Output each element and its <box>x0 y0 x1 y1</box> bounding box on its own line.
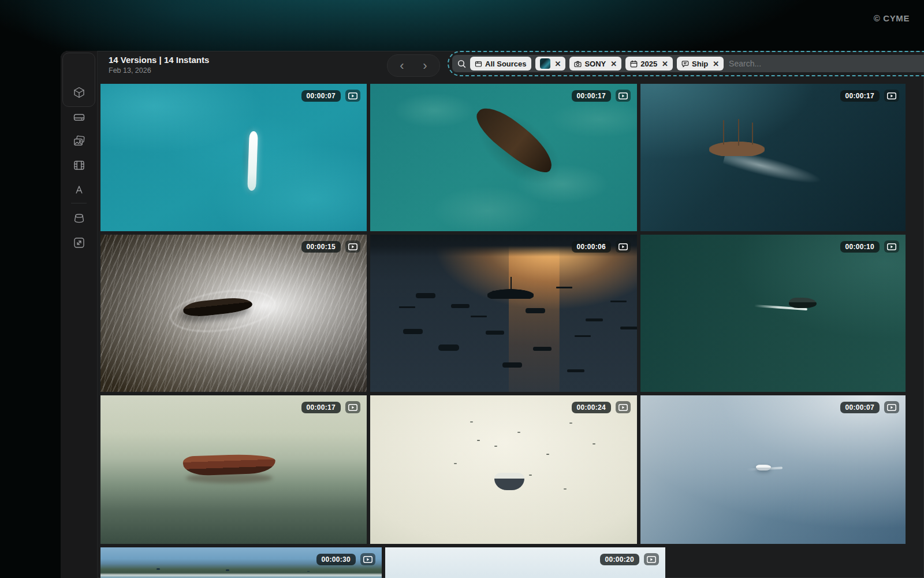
watermark: © CYME <box>874 13 910 23</box>
play-button[interactable] <box>616 401 631 413</box>
search-drop-zone: All Sources ✕ SONY ✕ 20 <box>448 51 924 76</box>
video-thumbnail[interactable]: 00:00:06 <box>370 235 637 392</box>
video-thumbnail[interactable]: 00:00:17 <box>640 84 906 231</box>
duration-badge: 00:00:20 <box>600 554 639 565</box>
app-store-icon <box>73 183 85 195</box>
navigation-pill: ‹ › <box>387 54 440 77</box>
play-button[interactable] <box>884 401 899 413</box>
play-icon <box>348 404 357 411</box>
duration-badge: 00:00:24 <box>572 402 611 413</box>
duration-badge: 00:00:07 <box>840 402 880 413</box>
play-button[interactable] <box>616 90 631 102</box>
search-bar[interactable]: All Sources ✕ SONY ✕ 20 <box>452 55 924 72</box>
play-button[interactable] <box>644 553 659 565</box>
play-button[interactable] <box>884 90 899 102</box>
filter-chip-label: SONY <box>584 60 606 68</box>
sidebar-divider <box>71 203 87 203</box>
filter-chip-date[interactable]: 2025 ✕ <box>625 57 673 71</box>
sidebar-item-library[interactable] <box>61 83 97 102</box>
page-title: 14 Versions | 14 Instants <box>109 55 209 65</box>
video-preview-image <box>370 395 637 544</box>
keyword-bubble-icon <box>681 60 689 68</box>
play-icon <box>363 556 372 563</box>
play-button[interactable] <box>345 240 360 253</box>
filter-chip-keyword[interactable]: Ship ✕ <box>677 57 724 71</box>
video-thumbnail[interactable]: 00:00:24 <box>370 395 637 544</box>
play-icon <box>619 243 628 250</box>
play-button[interactable] <box>345 401 360 413</box>
duration-badge: 00:00:30 <box>316 554 356 565</box>
film-strip-icon <box>73 159 85 172</box>
video-preview-image <box>370 84 637 231</box>
remove-filter-button[interactable]: ✕ <box>660 60 668 68</box>
duration-badge: 00:00:15 <box>301 241 341 253</box>
calendar-icon <box>630 60 638 68</box>
duration-badge: 00:00:06 <box>572 241 611 253</box>
duration-badge: 00:00:17 <box>301 402 341 413</box>
video-thumbnail[interactable]: 00:00:07 <box>100 84 367 231</box>
play-icon <box>887 243 896 250</box>
duration-badge: 00:00:07 <box>301 90 341 102</box>
play-icon <box>619 404 628 411</box>
sidebar-item-apps[interactable] <box>61 179 97 199</box>
camera-icon <box>574 60 582 68</box>
play-icon <box>348 92 357 99</box>
search-icon <box>457 60 466 68</box>
sources-box-icon <box>475 60 482 68</box>
duration-badge: 00:00:17 <box>572 90 611 102</box>
sidebar-item-storage[interactable] <box>61 108 97 127</box>
album-thumbnail-icon <box>540 58 550 69</box>
filter-chip-label: 2025 <box>640 60 657 68</box>
video-thumbnail[interactable]: 00:00:17 <box>370 84 637 231</box>
search-input[interactable] <box>728 58 924 69</box>
next-button[interactable]: › <box>416 57 434 75</box>
app-window: 14 Versions | 14 Instants Feb 13, 2026 ‹… <box>61 51 924 578</box>
video-thumbnail[interactable]: 00:00:07 <box>640 395 906 544</box>
lens-icon <box>73 212 85 224</box>
video-thumbnail[interactable]: 00:00:15 <box>100 235 367 392</box>
transfer-icon <box>73 236 85 249</box>
sidebar-item-transfer[interactable] <box>61 233 97 253</box>
filter-chip-album[interactable]: ✕ <box>535 57 566 71</box>
video-preview-image <box>370 235 637 392</box>
filter-chip-camera[interactable]: SONY ✕ <box>569 57 621 71</box>
remove-filter-button[interactable]: ✕ <box>553 60 561 68</box>
video-preview-image <box>640 235 906 392</box>
previous-button[interactable]: ‹ <box>393 57 411 75</box>
video-preview-image <box>100 84 367 231</box>
sidebar-item-photos[interactable] <box>61 131 97 151</box>
play-icon <box>887 92 896 99</box>
play-button[interactable] <box>345 90 360 102</box>
play-button[interactable] <box>884 240 899 253</box>
video-preview-image <box>100 395 367 544</box>
play-icon <box>887 404 896 411</box>
video-thumbnail[interactable]: 00:00:10 <box>640 235 906 392</box>
duration-badge: 00:00:10 <box>840 241 880 253</box>
video-thumbnail[interactable]: 00:00:17 <box>100 395 367 544</box>
sidebar-item-videos[interactable] <box>61 155 97 175</box>
play-button[interactable] <box>360 553 375 565</box>
filter-chip-sources[interactable]: All Sources <box>470 57 531 71</box>
remove-filter-button[interactable]: ✕ <box>609 60 617 68</box>
video-preview-image <box>100 235 367 392</box>
sidebar-item-lens[interactable] <box>61 208 97 228</box>
video-thumbnail[interactable]: 00:00:20 <box>385 547 665 578</box>
cube-icon <box>73 86 85 99</box>
remove-filter-button[interactable]: ✕ <box>711 60 719 68</box>
filter-chip-label: Ship <box>692 60 708 68</box>
video-preview-image <box>640 395 906 544</box>
play-icon <box>348 243 357 250</box>
filter-chip-label: All Sources <box>485 60 527 68</box>
duration-badge: 00:00:17 <box>840 90 880 102</box>
page-date: Feb 13, 2026 <box>109 66 151 75</box>
video-thumbnail[interactable]: 00:00:30 <box>100 547 382 578</box>
play-icon <box>619 92 628 99</box>
video-preview-image <box>640 84 906 231</box>
hard-drive-icon <box>73 111 85 124</box>
photos-icon <box>73 135 85 147</box>
play-icon <box>647 556 656 563</box>
sidebar <box>61 51 98 578</box>
play-button[interactable] <box>616 240 631 253</box>
